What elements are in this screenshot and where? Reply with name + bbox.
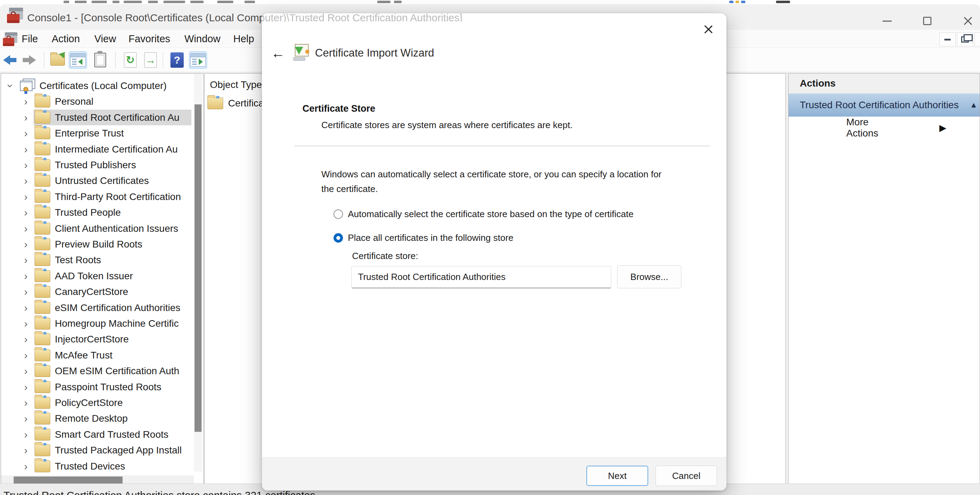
chevron-right-icon[interactable]: ›	[21, 191, 31, 203]
dialog-back-button[interactable]: ←	[270, 45, 286, 61]
refresh-icon[interactable]: ↻	[121, 52, 139, 68]
close-button[interactable]	[960, 13, 976, 29]
collapse-icon[interactable]: ▲	[970, 100, 978, 109]
back-icon[interactable]	[2, 52, 19, 68]
tree-item-injectorcertstore[interactable]: ›InjectorCertStore	[1, 331, 195, 347]
tree-item-third-party-root-certification[interactable]: ›Third-Party Root Certification	[1, 189, 195, 205]
actions-group-bar[interactable]: Trusted Root Certification Authorities ▲	[789, 94, 980, 117]
tree-item-trusted-devices[interactable]: ›Trusted Devices	[1, 459, 195, 474]
chevron-right-icon[interactable]: ›	[21, 381, 31, 393]
folder-icon	[35, 429, 50, 441]
dialog-title: Certificate Import Wizard	[315, 47, 434, 59]
cancel-button[interactable]: Cancel	[655, 466, 717, 486]
chevron-right-icon[interactable]: ›	[21, 349, 31, 361]
menu-view[interactable]: View	[92, 32, 118, 45]
chevron-right-icon[interactable]: ›	[21, 460, 31, 472]
chevron-right-icon[interactable]: ›	[21, 286, 31, 298]
forward-icon[interactable]	[20, 52, 38, 68]
chevron-right-icon[interactable]: ›	[21, 175, 31, 187]
list-item-certificates[interactable]: Certifica	[207, 97, 264, 109]
chevron-right-icon[interactable]: ›	[21, 333, 31, 345]
tree-item-aad-token-issuer[interactable]: ›AAD Token Issuer	[1, 268, 195, 284]
tree-item-passpoint-trusted-roots[interactable]: ›Passpoint Trusted Roots	[1, 379, 195, 395]
next-button[interactable]: Next	[586, 466, 648, 486]
more-actions-item[interactable]: More Actions ▶	[789, 117, 980, 139]
chevron-right-icon[interactable]: ›	[21, 96, 31, 108]
tree-item-remote-desktop[interactable]: ›Remote Desktop	[1, 411, 195, 426]
dialog-close-button[interactable]	[700, 21, 717, 38]
tree-item-esim-certification-authorities[interactable]: ›eSIM Certification Authorities	[1, 300, 195, 316]
radio-checked-icon[interactable]	[334, 233, 343, 243]
tree-item-test-roots[interactable]: ›Test Roots	[1, 252, 195, 268]
tree-item-homegroup-machine-certific[interactable]: ›Homegroup Machine Certific	[1, 316, 195, 331]
maximize-button[interactable]	[919, 13, 935, 29]
column-header-object-type[interactable]: Object Type	[210, 79, 262, 90]
tree-item-enterprise-trust[interactable]: ›Enterprise Trust	[1, 125, 195, 141]
tree-item-smart-card-trusted-roots[interactable]: ›Smart Card Trusted Roots	[1, 427, 195, 442]
tree-item-personal[interactable]: ›Personal	[1, 94, 195, 109]
export-list-icon[interactable]: →	[142, 52, 159, 68]
chevron-right-icon[interactable]: ›	[21, 159, 31, 171]
chevron-right-icon[interactable]: ›	[21, 207, 31, 219]
tree-item-trusted-root-certification-au[interactable]: ›Trusted Root Certification Au	[1, 109, 195, 125]
tree-item-canarycertstore[interactable]: ›CanaryCertStore	[1, 284, 195, 300]
menu-window[interactable]: Window	[182, 32, 223, 45]
tree-item-oem-esim-certification-auth[interactable]: ›OEM eSIM Certification Auth	[1, 363, 195, 379]
chevron-down-icon[interactable]: ›	[5, 81, 16, 91]
tree-item-policycertstore[interactable]: ›PolicyCertStore	[1, 395, 195, 411]
folder-icon	[35, 127, 50, 139]
tree-item-label: Test Roots	[55, 254, 101, 266]
chevron-right-icon[interactable]: ›	[21, 444, 31, 456]
certificate-import-wizard-dialog: ← Certificate Import Wizard Certificate …	[262, 13, 727, 490]
chevron-right-icon[interactable]: ›	[21, 254, 31, 266]
chevron-right-icon[interactable]: ›	[21, 112, 31, 124]
help-icon[interactable]: ?	[168, 52, 186, 68]
show-console-tree-icon[interactable]	[69, 52, 87, 68]
tree-hscroll-thumb[interactable]	[14, 476, 123, 484]
tree-item-certificates-local-computer[interactable]: ›Certificates (Local Computer)	[1, 78, 195, 94]
certificate-store-input[interactable]	[352, 266, 611, 288]
tree-item-trusted-publishers[interactable]: ›Trusted Publishers	[1, 157, 195, 173]
menu-file[interactable]: File	[19, 32, 40, 45]
radio-automatic-store[interactable]: Automatically select the certificate sto…	[334, 209, 633, 220]
tree-item-mcafee-trust[interactable]: ›McAfee Trust	[1, 347, 195, 363]
chevron-right-icon[interactable]: ›	[21, 365, 31, 377]
folder-icon	[35, 96, 50, 108]
chevron-right-icon[interactable]: ›	[21, 429, 31, 441]
radio-place-in-store[interactable]: Place all certificates in the following …	[334, 233, 514, 243]
tree-vertical-scrollbar[interactable]	[194, 74, 202, 471]
chevron-right-icon[interactable]: ›	[21, 412, 31, 425]
chevron-right-icon[interactable]: ›	[21, 143, 31, 155]
mdi-restore-button[interactable]	[957, 32, 973, 46]
folder-icon	[35, 397, 50, 409]
section-subheading: Certificate stores are system areas wher…	[321, 120, 573, 130]
paste-icon[interactable]	[92, 52, 109, 68]
menu-favorites[interactable]: Favorites	[126, 32, 172, 45]
mdi-close-button[interactable]: x	[974, 32, 980, 46]
chevron-right-icon[interactable]: ›	[21, 127, 31, 139]
up-folder-icon[interactable]	[49, 52, 66, 68]
tree-item-label: InjectorCertStore	[55, 334, 129, 345]
chevron-right-icon[interactable]: ›	[21, 302, 31, 314]
chevron-right-icon[interactable]: ›	[21, 397, 31, 409]
tree-item-trusted-packaged-app-install[interactable]: ›Trusted Packaged App Install	[1, 442, 195, 458]
tree-item-trusted-people[interactable]: ›Trusted People	[1, 205, 195, 220]
tree-item-client-authentication-issuers[interactable]: ›Client Authentication Issuers	[1, 221, 195, 236]
tree-item-label: Preview Build Roots	[55, 239, 143, 250]
radio-unchecked-icon[interactable]	[334, 209, 343, 219]
chevron-right-icon[interactable]: ›	[21, 270, 31, 282]
chevron-right-icon[interactable]: ›	[21, 318, 31, 330]
chevron-right-icon[interactable]: ›	[21, 223, 31, 235]
menu-help[interactable]: Help	[231, 32, 256, 45]
menu-action[interactable]: Action	[49, 32, 82, 45]
tree-item-label: Personal	[55, 96, 94, 107]
tree-item-preview-build-roots[interactable]: ›Preview Build Roots	[1, 236, 195, 252]
tree-vscroll-thumb[interactable]	[194, 105, 202, 432]
tree-item-untrusted-certificates[interactable]: ›Untrusted Certificates	[1, 173, 195, 189]
tree-item-intermediate-certification-au[interactable]: ›Intermediate Certification Au	[1, 141, 195, 157]
browse-button[interactable]: Browse...	[617, 265, 681, 288]
minimize-button[interactable]	[879, 13, 895, 29]
mdi-minimize-button[interactable]	[940, 32, 956, 46]
show-action-pane-icon[interactable]	[189, 52, 207, 68]
chevron-right-icon[interactable]: ›	[21, 238, 31, 250]
